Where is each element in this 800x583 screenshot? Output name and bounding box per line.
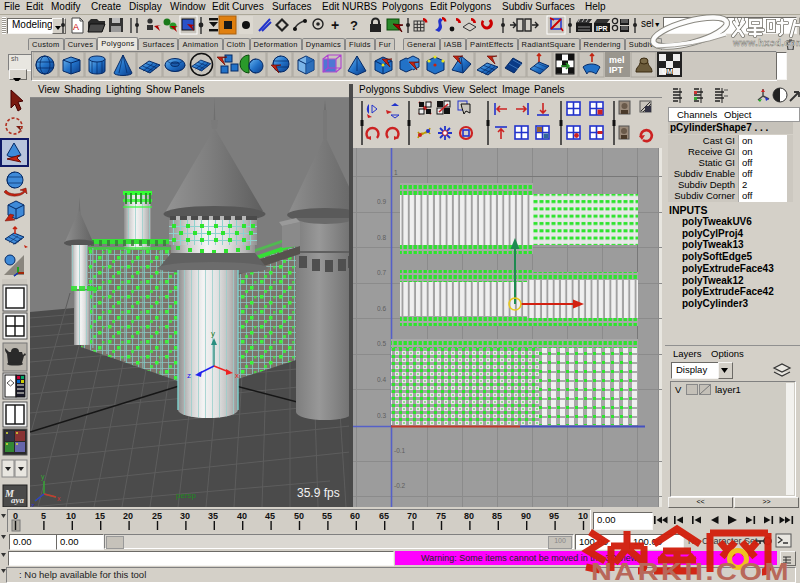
- svg-text:0: 0: [13, 511, 18, 521]
- svg-text:45: 45: [265, 511, 275, 521]
- svg-text:z: z: [187, 371, 191, 380]
- svg-text:25: 25: [152, 511, 162, 521]
- svg-text:10: 10: [66, 511, 76, 521]
- svg-text:y: y: [41, 473, 45, 481]
- svg-text:mel: mel: [609, 55, 625, 65]
- svg-text:persp: persp: [176, 491, 197, 500]
- svg-text:65: 65: [379, 511, 389, 521]
- svg-text:30: 30: [180, 511, 190, 521]
- svg-text:0.7: 0.7: [377, 269, 386, 276]
- svg-text:0.6: 0.6: [377, 305, 386, 312]
- svg-text:?: ?: [350, 18, 358, 33]
- svg-text:95: 95: [549, 511, 559, 521]
- svg-text:UM: UM: [662, 68, 673, 75]
- svg-text:0.4: 0.4: [377, 376, 386, 383]
- svg-text:35: 35: [208, 511, 218, 521]
- svg-text:35.9 fps: 35.9 fps: [297, 486, 340, 500]
- svg-text:x: x: [57, 495, 61, 502]
- svg-text:0.5: 0.5: [377, 340, 386, 347]
- svg-text:0.8: 0.8: [377, 234, 386, 241]
- svg-text:75: 75: [436, 511, 446, 521]
- svg-text:+: +: [331, 17, 339, 33]
- svg-text:50: 50: [294, 511, 304, 521]
- svg-text:NARKII.COM: NARKII.COM: [591, 559, 791, 583]
- svg-text:55: 55: [322, 511, 332, 521]
- svg-text:0.3: 0.3: [377, 412, 386, 419]
- svg-text:60: 60: [350, 511, 360, 521]
- svg-text:x: x: [235, 371, 239, 380]
- svg-text:10: 10: [578, 511, 588, 521]
- svg-text:5: 5: [41, 511, 46, 521]
- svg-text:20: 20: [123, 511, 133, 521]
- svg-text:-0.1: -0.1: [394, 447, 406, 454]
- svg-text:z: z: [31, 502, 35, 507]
- svg-text:70: 70: [407, 511, 417, 521]
- svg-text:0.9: 0.9: [377, 198, 386, 205]
- svg-text:-0.2: -0.2: [394, 482, 406, 489]
- svg-text:80: 80: [464, 511, 474, 521]
- svg-text:A: A: [73, 22, 79, 32]
- svg-text:15: 15: [95, 511, 105, 521]
- svg-text:IPT: IPT: [609, 65, 624, 75]
- svg-text:90: 90: [521, 511, 531, 521]
- svg-text:y: y: [211, 329, 215, 338]
- svg-text:aya: aya: [11, 495, 24, 505]
- svg-text:www.hxsd.com.cn: www.hxsd.com.cn: [732, 38, 800, 48]
- svg-text:40: 40: [237, 511, 247, 521]
- svg-text:1: 1: [394, 169, 398, 176]
- svg-text:85: 85: [492, 511, 502, 521]
